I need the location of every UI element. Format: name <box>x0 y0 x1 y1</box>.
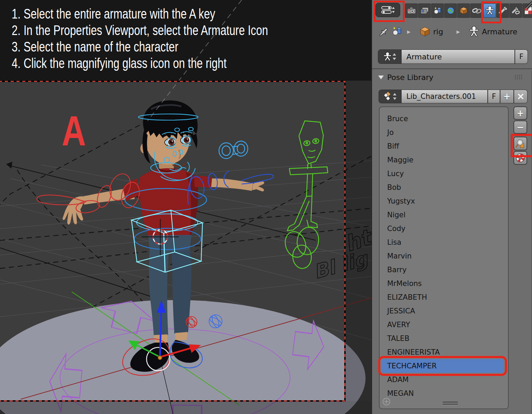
lifebuoy-icon <box>516 153 525 163</box>
pose-list-item[interactable]: Lisa <box>381 235 504 249</box>
new-action-button[interactable]: + <box>500 90 513 103</box>
tab-world[interactable] <box>444 3 457 18</box>
camera-dim-bottom <box>0 401 371 414</box>
action-icon <box>384 92 392 101</box>
fake-user-button[interactable]: F <box>488 90 500 103</box>
breadcrumb-data-name[interactable]: Armature <box>482 24 517 39</box>
pose-list-item[interactable]: Barry <box>381 263 504 277</box>
breadcrumb-arrow-icon: ▶ <box>407 24 410 39</box>
pose-list-item[interactable]: Nigel <box>381 208 504 222</box>
panel-drag-grip-icon[interactable] <box>515 75 524 80</box>
pose-list-item[interactable]: Jo <box>381 126 504 139</box>
pose-list-item[interactable]: JESSICA <box>381 304 504 318</box>
pose-list-item[interactable]: Marvin <box>381 249 504 263</box>
pose-list-item[interactable]: Yugstyx <box>381 194 504 208</box>
instruction-line: 3. Select the name of the character <box>12 38 290 55</box>
collapse-triangle-icon[interactable] <box>378 75 384 79</box>
apply-pose-magnifier-button[interactable] <box>513 137 527 150</box>
remove-pose-button[interactable]: − <box>513 120 527 134</box>
object-cube-icon-small[interactable] <box>419 24 430 39</box>
list-add-circle-icon[interactable] <box>382 398 391 406</box>
render-layers-icon <box>420 7 429 14</box>
plus-icon: + <box>503 91 511 102</box>
pose-list-item[interactable]: Maggie <box>381 153 504 167</box>
instruction-line: 1. Select the entire armature with the A… <box>12 5 290 22</box>
plus-icon: + <box>517 108 524 118</box>
tab-render[interactable] <box>405 3 418 18</box>
tab-bone-constraint[interactable] <box>509 3 522 18</box>
action-name-input[interactable]: Lib_Characters.001 <box>401 90 488 103</box>
blender-screenshot: hts Bl lig A 1. Select the entire armatu… <box>0 0 532 414</box>
pose-list-item[interactable]: Bruce <box>381 112 504 126</box>
chain-link-icon <box>472 7 481 14</box>
scene-icon-small[interactable] <box>391 24 403 39</box>
panel-divider <box>372 68 532 69</box>
pin-icon[interactable] <box>378 24 388 39</box>
armature-person-icon <box>485 6 494 15</box>
armature-person-icon-small <box>383 52 392 61</box>
camera-dim-right <box>345 81 371 401</box>
pose-list-item[interactable]: Lucy <box>381 167 504 181</box>
bone-constraint-icon <box>511 6 520 15</box>
camera-icon <box>407 7 416 14</box>
pose-list-item[interactable]: ENGINEERISTA <box>381 345 504 359</box>
tab-object[interactable] <box>457 3 470 18</box>
instructions-overlay: 1. Select the entire armature with the A… <box>12 5 290 71</box>
scene-icon <box>433 7 442 14</box>
pose-list-item[interactable]: ELIZABETH <box>381 290 504 304</box>
pose-library-title: Pose Library <box>387 73 433 82</box>
instruction-line: 4. Click the magnifying glass icon on th… <box>12 55 290 71</box>
pose-list-item[interactable]: TECHCAMPER <box>381 359 504 373</box>
tab-object-data-armature[interactable] <box>483 3 496 18</box>
pose-library-panel-header[interactable]: Pose Library <box>372 70 532 84</box>
breadcrumb-object-name[interactable]: rig <box>433 24 443 39</box>
pose-list-item[interactable]: MEGAN <box>381 387 504 400</box>
pose-list-item[interactable]: Biff <box>381 139 504 153</box>
tab-scene[interactable] <box>431 3 444 18</box>
armature-person-icon-small[interactable] <box>469 24 479 39</box>
pose-list-item[interactable]: AVERY <box>381 318 504 332</box>
magnifier-icon <box>516 139 525 148</box>
bone-icon <box>498 6 507 15</box>
properties-editor: ▶ rig ▶ Armatur <box>371 0 532 414</box>
tab-constraints[interactable] <box>470 3 483 18</box>
stepper-arrows-icon[interactable] <box>393 93 396 100</box>
world-globe-icon <box>447 7 455 15</box>
action-datablock-browse-button[interactable] <box>379 90 401 103</box>
pose-list-item[interactable]: ADAM <box>381 373 504 387</box>
close-icon <box>518 94 523 99</box>
pose-list-item[interactable]: MrMelons <box>381 277 504 290</box>
3d-viewport[interactable]: hts Bl lig A 1. Select the entire armatu… <box>0 0 371 414</box>
add-pose-button[interactable]: + <box>513 106 527 120</box>
fake-user-button[interactable]: F <box>515 50 528 64</box>
sanitize-library-button[interactable] <box>513 151 527 165</box>
instruction-line: 2. In the Properties Viewport, select th… <box>12 22 290 38</box>
tab-render-layers[interactable] <box>418 3 431 18</box>
minus-icon: − <box>517 122 524 133</box>
pose-list[interactable]: BruceJoBiffMaggieLucyBobYugstyxNigelCody… <box>379 106 509 409</box>
list-resize-grip[interactable] <box>443 402 458 406</box>
armature-name-input[interactable]: Armature <box>401 50 515 64</box>
properties-editor-icon <box>381 5 395 14</box>
armature-name-group: Armature F <box>378 50 528 64</box>
pose-list-item[interactable]: TALEB <box>381 332 504 345</box>
breadcrumb-arrow-icon: ▶ <box>456 24 460 39</box>
editor-type-selector[interactable] <box>375 3 400 17</box>
unlink-action-button[interactable] <box>513 90 527 103</box>
stepper-arrows-icon[interactable] <box>393 53 396 60</box>
overlay-letter-a: A <box>62 108 86 154</box>
pose-library-datablock-group: Lib_Characters.001 F + <box>379 90 527 103</box>
breadcrumb: ▶ rig ▶ Armatur <box>372 24 532 39</box>
datablock-type-button[interactable] <box>378 50 401 64</box>
pose-list-item[interactable]: Cody <box>381 222 504 235</box>
editor-corner-grip[interactable] <box>523 1 532 10</box>
object-cube-icon <box>460 7 468 15</box>
pose-list-item[interactable]: Bob <box>381 181 504 194</box>
tab-bone[interactable] <box>496 3 509 18</box>
